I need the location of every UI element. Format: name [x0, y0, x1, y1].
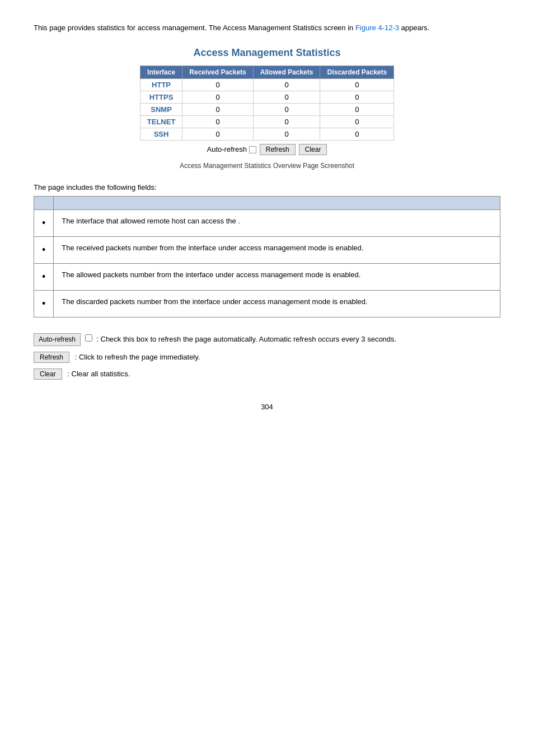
desc-cell: The received packets number from the int…: [54, 236, 500, 263]
col-header-interface: Interface: [140, 66, 182, 78]
table-row-cell: 0: [253, 103, 320, 115]
intro-text-before: This page provides statistics for access…: [34, 24, 355, 32]
table-row-interface: HTTPS: [140, 91, 182, 103]
auto-refresh-desc: Auto-refresh : Check this box to refresh…: [34, 333, 500, 346]
auto-refresh-inline-checkbox[interactable]: [85, 334, 92, 342]
page-number: 304: [34, 403, 500, 411]
desc-cell: The interface that allowed remote host c…: [54, 209, 500, 236]
col-header-allowed: Allowed Packets: [253, 66, 320, 78]
table-row-cell: 0: [182, 78, 253, 91]
desc-cell: The allowed packets number from the inte…: [54, 263, 500, 290]
intro-text-after: appears.: [399, 24, 429, 32]
desc-cell: The discarded packets number from the in…: [54, 290, 500, 317]
refresh-desc-button[interactable]: Refresh: [34, 352, 69, 363]
fields-table: •The interface that allowed remote host …: [34, 196, 500, 318]
table-row-cell: 0: [253, 115, 320, 128]
table-row-cell: 0: [320, 91, 394, 103]
table-row-cell: 0: [320, 78, 394, 91]
col-header-discarded: Discarded Packets: [320, 66, 394, 78]
bullet-cell: •: [34, 290, 54, 317]
table-row-cell: 0: [182, 115, 253, 128]
table-row-interface: HTTP: [140, 78, 182, 91]
col-header-received: Received Packets: [182, 66, 253, 78]
table-row-cell: 0: [320, 128, 394, 140]
clear-desc-button[interactable]: Clear: [34, 368, 62, 380]
table-row-cell: 0: [320, 115, 394, 128]
auto-refresh-checkbox[interactable]: [249, 146, 256, 153]
table-row: •The received packets number from the in…: [34, 236, 500, 263]
intro-paragraph: This page provides statistics for access…: [34, 22, 500, 34]
bullet-cell: •: [34, 236, 54, 263]
clear-button[interactable]: Clear: [299, 144, 327, 155]
table-row-cell: 0: [253, 91, 320, 103]
clear-desc-text: : Clear all statistics.: [67, 370, 130, 378]
fields-header-row: [34, 196, 500, 209]
bullet-cell: •: [34, 209, 54, 236]
auto-refresh-inline-label: Auto-refresh: [34, 333, 81, 346]
stats-section: Access Management Statistics Interface R…: [34, 47, 500, 157]
table-row-cell: 0: [182, 103, 253, 115]
fields-intro-text: The page includes the following fields:: [34, 183, 500, 192]
section-title: Access Management Statistics: [193, 47, 340, 59]
table-row-interface: SNMP: [140, 103, 182, 115]
stats-table: Interface Received Packets Allowed Packe…: [140, 66, 394, 141]
refresh-button[interactable]: Refresh: [260, 144, 296, 155]
clear-desc: Clear : Clear all statistics.: [34, 368, 500, 380]
refresh-desc: Refresh : Click to refresh the page imme…: [34, 352, 500, 363]
table-row-cell: 0: [253, 78, 320, 91]
screenshot-caption: Access Management Statistics Overview Pa…: [34, 162, 500, 170]
refresh-desc-text: : Click to refresh the page immediately.: [75, 353, 200, 361]
table-row: •The discarded packets number from the i…: [34, 290, 500, 317]
bullet-cell: •: [34, 263, 54, 290]
table-row-interface: TELNET: [140, 115, 182, 128]
figure-link[interactable]: Figure 4-12-3: [355, 24, 399, 32]
table-row-cell: 0: [253, 128, 320, 140]
table-row-interface: SSH: [140, 128, 182, 140]
table-row-cell: 0: [320, 103, 394, 115]
table-row-cell: 0: [182, 91, 253, 103]
auto-refresh-desc-text: : Check this box to refresh the page aut…: [96, 335, 396, 343]
table-controls: Auto-refresh Refresh Clear: [207, 144, 327, 155]
table-row: •The interface that allowed remote host …: [34, 209, 500, 236]
auto-refresh-label: Auto-refresh: [207, 145, 256, 153]
table-row-cell: 0: [182, 128, 253, 140]
table-row: •The allowed packets number from the int…: [34, 263, 500, 290]
